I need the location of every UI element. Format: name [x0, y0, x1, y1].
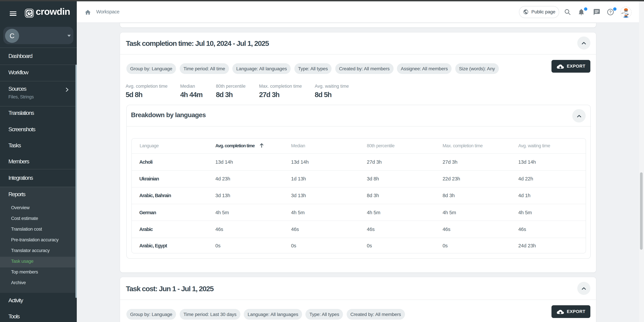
svg-text:?: ?	[609, 10, 612, 14]
